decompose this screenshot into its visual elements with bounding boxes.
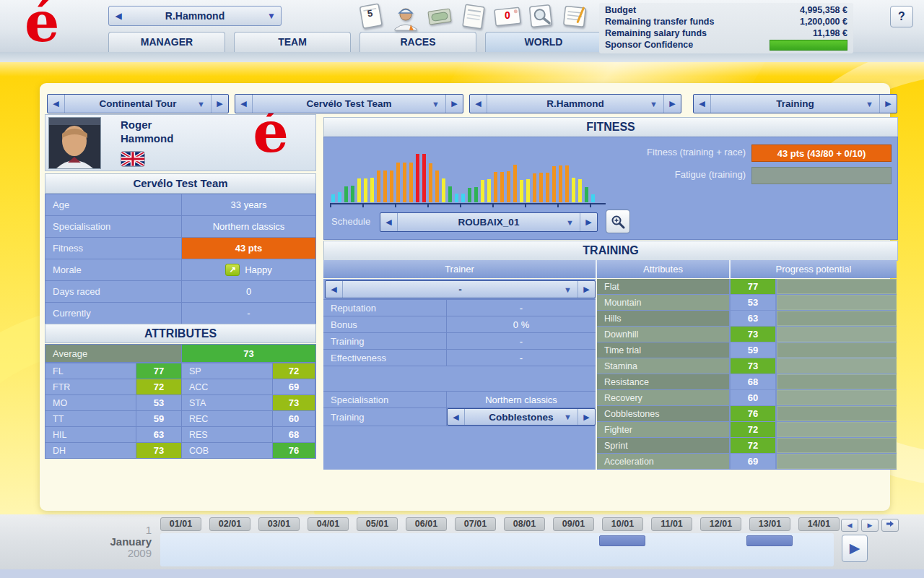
chevron-down-icon[interactable]: ▼ [262,11,281,21]
fitness-bar [390,171,393,202]
timeline-day-chip[interactable]: 12/01 [700,517,741,531]
money-icon[interactable] [424,1,455,32]
attribute-value: 53 [136,395,181,410]
tab-team[interactable]: TEAM [234,32,351,52]
training-attribute-name: Stamina [597,358,729,374]
trainer-block: ◀ -▼ ▶ Reputation-Bonus0 %Training-Effec… [323,279,596,470]
profile-label: Days raced [45,281,181,302]
tab-races[interactable]: RACES [359,32,476,52]
training-attribute-row: Downhill73 [597,327,897,342]
profile-row: SpecialisationNorthern classics [45,216,315,237]
prev-arrow-icon[interactable]: ◀ [326,281,343,298]
next-arrow-icon[interactable]: ▶ [879,95,897,113]
training-type-dropdown[interactable]: ◀ Cobblestones▼ ▶ [447,408,596,426]
attribute-code: FTR [45,379,136,394]
chevron-down-icon: ▼ [197,100,205,108]
fitness-bar [546,173,549,202]
rider-selector[interactable]: ◀ R.Hammond ▼ [108,6,282,26]
progress-potential-bar [777,327,897,342]
next-arrow-icon[interactable]: ▶ [663,95,681,113]
page-dropdown[interactable]: ◀ Training▼ ▶ [693,94,897,113]
profile-row: Morale↗Happy [45,259,315,280]
timeline-return-icon[interactable] [881,519,899,532]
trainer-dropdown[interactable]: ◀ -▼ ▶ [325,280,596,298]
timeline-day-chip[interactable]: 08/01 [504,517,545,531]
fitness-bar [481,180,484,202]
fitness-bar [396,163,400,202]
schedule-dropdown[interactable]: ◀ ROUBAIX_01▼ ▶ [380,212,598,232]
timeline-day-chip[interactable]: 02/01 [209,517,250,531]
calendar-icon[interactable]: 5 [357,1,387,32]
attribute-code: DH [45,443,136,458]
progress-potential-bar [777,295,897,310]
newspaper-icon[interactable] [458,1,489,32]
next-arrow-icon[interactable]: ▶ [578,281,595,298]
chevron-down-icon: ▼ [432,100,440,108]
timeline-day-chip[interactable]: 04/01 [308,517,349,531]
timeline-day-chip[interactable]: 13/01 [749,517,790,531]
trainer-info-label: Reputation [323,300,446,316]
chevron-down-icon: ▼ [564,413,572,421]
next-arrow-icon[interactable]: ▶ [445,95,463,113]
finance-value: 1,200,000 € [800,16,847,27]
attribute-value: 68 [273,427,315,442]
specialisation-row: Specialisation Northern classics [323,391,596,408]
timeline-day-chip[interactable]: 01/01 [160,517,201,531]
team-dropdown[interactable]: ◀ Cervélo Test Team▼ ▶ [235,94,463,113]
fitness-bar [370,178,374,202]
rider-dropdown[interactable]: ◀ R.Hammond▼ ▶ [469,94,681,113]
help-button[interactable]: ? [890,6,913,27]
progress-potential-bar [777,454,897,469]
prev-arrow-icon[interactable]: ◀ [48,95,65,113]
race-event-bar[interactable] [599,535,645,546]
fitness-panel: Fitness (training + race) 43 pts (43/80 … [323,137,898,240]
play-continue-button[interactable]: ▶ [842,535,868,562]
schedule-zoom-button[interactable] [606,210,630,233]
timeline-day-chip[interactable]: 11/01 [651,517,692,531]
timeline-prev-arrow[interactable]: ◀ [841,519,858,532]
profile-row: Age33 years [45,194,315,215]
timeline-day-chip[interactable]: 05/01 [357,517,398,531]
tab-manager[interactable]: MANAGER [108,32,225,52]
average-value: 73 [182,345,315,362]
attribute-code: FL [45,363,136,379]
attribute-code: MO [45,395,136,410]
division-dropdown[interactable]: ◀ Continental Tour▼ ▶ [47,94,229,113]
fitness-bar [559,165,562,202]
prev-arrow-icon[interactable]: ◀ [470,95,487,113]
tab-world[interactable]: WORLD [485,32,602,52]
prev-arrow-icon[interactable]: ◀ [694,95,711,113]
profile-value: 0 [182,281,315,302]
attribute-value: 63 [136,427,181,442]
timeline-day-chip[interactable]: 09/01 [553,517,594,531]
timeline-day-chip[interactable]: 06/01 [406,517,447,531]
timeline-day-chip[interactable]: 03/01 [258,517,300,531]
training-attribute-name: Acceleration [597,454,729,469]
training-column-headers: Trainer Attributes Progress potential [323,260,897,278]
prev-arrow-icon[interactable]: ◀ [380,213,398,231]
timeline-next-arrow[interactable]: ▶ [861,519,879,532]
timeline-day-chip[interactable]: 07/01 [455,517,496,531]
attribute-code: SP [182,363,272,379]
next-arrow-icon[interactable]: ▶ [580,213,597,231]
next-arrow-icon[interactable]: ▶ [211,95,228,113]
timeline-day-chip[interactable]: 14/01 [798,517,840,531]
progress-potential-bar [777,438,897,453]
prev-arrow-icon[interactable]: ◀ [448,409,465,425]
finance-row: Remaining transfer funds1,200,000 € [605,16,847,27]
main-nav-tabs: MANAGERTEAMRACESWORLD [108,32,602,52]
fitness-bar [585,187,588,202]
race-event-bar[interactable] [746,535,793,546]
chevron-down-icon: ▼ [650,100,658,108]
training-attribute-value: 73 [731,358,775,374]
next-arrow-icon[interactable]: ▶ [578,409,595,425]
fitness-bar [520,180,523,202]
timeline-day-chip[interactable]: 10/01 [602,517,643,531]
notes-icon[interactable] [560,1,590,32]
training-attribute-row: Sprint72 [597,438,897,453]
prev-rider-arrow-icon[interactable]: ◀ [109,11,128,21]
rider-icon[interactable] [391,1,421,32]
mail-icon[interactable]: 0 [492,1,523,32]
search-icon[interactable] [526,1,557,32]
prev-arrow-icon[interactable]: ◀ [235,95,253,113]
